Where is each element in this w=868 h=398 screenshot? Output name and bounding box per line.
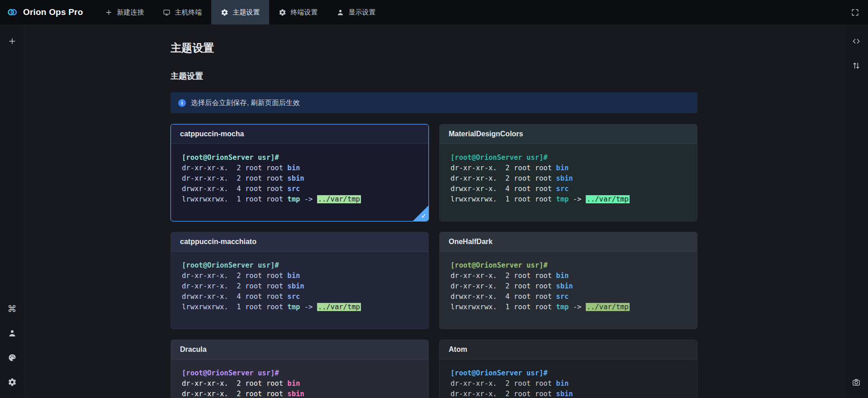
theme-card[interactable]: catppuccin-macchiato [root@OrionServer u…	[171, 232, 429, 329]
user-icon	[337, 9, 344, 16]
nav-item-display-settings[interactable]: 显示设置	[327, 0, 385, 24]
nav-item-label: 主题设置	[232, 8, 260, 17]
theme-name: OneHalfDark	[449, 238, 493, 245]
theme-card[interactable]: Dracula [root@OrionServer usr]#dr-xr-xr-…	[171, 340, 429, 398]
theme-name: Atom	[449, 345, 467, 353]
info-alert-text: 选择后会立刻保存, 刷新页面后生效	[191, 98, 300, 108]
theme-grid: catppuccin-mocha [root@OrionServer usr]#…	[171, 124, 697, 398]
right-sidebar	[844, 24, 868, 398]
theme-card[interactable]: Atom [root@OrionServer usr]#dr-xr-xr-x. …	[439, 340, 697, 398]
plus-icon	[105, 9, 113, 16]
theme-name: MaterialDesignColors	[449, 130, 523, 138]
gear-icon	[279, 9, 286, 16]
add-connection-icon[interactable]	[4, 33, 20, 49]
app-title: Orion Ops Pro	[23, 7, 83, 17]
settings-page: 主题设置 主题设置 i 选择后会立刻保存, 刷新页面后生效 catppuccin…	[24, 24, 697, 398]
monitor-icon	[163, 9, 171, 16]
theme-name: catppuccin-macchiato	[180, 238, 256, 245]
terminal-preview: [root@OrionServer usr]#dr-xr-xr-x. 2 roo…	[171, 360, 428, 398]
command-shortcut-icon[interactable]: ⌘	[4, 301, 20, 317]
app-logo-icon	[6, 6, 18, 18]
nav-item-terminal-settings[interactable]: 终端设置	[269, 0, 327, 24]
user-profile-icon[interactable]	[4, 325, 20, 341]
sort-order-icon[interactable]	[848, 58, 864, 74]
page-title: 主题设置	[171, 41, 697, 55]
nav-item-theme-settings[interactable]: 主题设置	[211, 0, 269, 24]
screenshot-camera-icon[interactable]	[848, 374, 864, 390]
info-alert: i 选择后会立刻保存, 刷新页面后生效	[171, 92, 697, 113]
nav-item-new-connection[interactable]: 新建连接	[95, 0, 153, 24]
terminal-preview: [root@OrionServer usr]#dr-xr-xr-x. 2 roo…	[440, 252, 697, 329]
left-sidebar: ⌘	[0, 24, 24, 398]
nav-item-label: 显示设置	[348, 8, 375, 17]
section-title: 主题设置	[171, 71, 697, 82]
nav-item-host-terminal[interactable]: 主机终端	[153, 0, 211, 24]
top-navbar: Orion Ops Pro 新建连接 主机终端 主题设置 终端设置 显示设置	[0, 0, 868, 24]
terminal-preview: [root@OrionServer usr]#dr-xr-xr-x. 2 roo…	[171, 252, 428, 329]
theme-palette-icon[interactable]	[4, 350, 20, 366]
terminal-preview: [root@OrionServer usr]#dr-xr-xr-x. 2 roo…	[440, 360, 697, 398]
main-content[interactable]: 主题设置 主题设置 i 选择后会立刻保存, 刷新页面后生效 catppuccin…	[24, 24, 844, 398]
theme-card[interactable]: MaterialDesignColors [root@OrionServer u…	[439, 124, 697, 221]
code-view-icon[interactable]	[848, 33, 864, 49]
app-brand[interactable]: Orion Ops Pro	[0, 0, 95, 24]
settings-gear-icon[interactable]	[4, 374, 20, 390]
terminal-preview: [root@OrionServer usr]#dr-xr-xr-x. 2 roo…	[440, 144, 697, 221]
fullscreen-icon[interactable]	[842, 0, 868, 24]
nav-item-label: 终端设置	[290, 8, 318, 17]
gear-icon	[221, 9, 228, 16]
theme-card[interactable]: catppuccin-mocha [root@OrionServer usr]#…	[171, 124, 429, 221]
nav-item-label: 新建连接	[117, 8, 144, 17]
theme-name: catppuccin-mocha	[180, 130, 244, 138]
theme-card[interactable]: OneHalfDark [root@OrionServer usr]#dr-xr…	[439, 232, 697, 329]
info-icon: i	[178, 99, 186, 107]
theme-name: Dracula	[180, 345, 207, 353]
terminal-preview: [root@OrionServer usr]#dr-xr-xr-x. 2 roo…	[171, 144, 428, 221]
nav-item-label: 主机终端	[175, 8, 202, 17]
